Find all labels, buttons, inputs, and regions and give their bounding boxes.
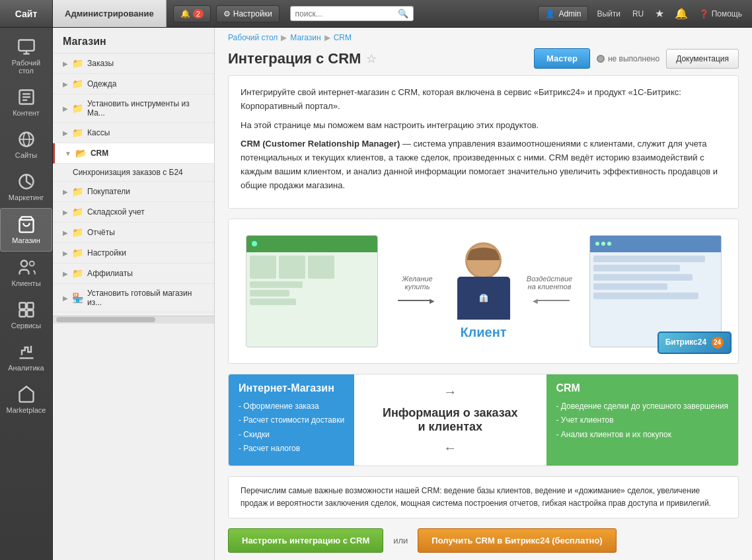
bell-icon: 🔔 bbox=[180, 9, 190, 18]
status-dot bbox=[597, 55, 605, 63]
sidebar-item-sites[interactable]: Сайты bbox=[0, 123, 52, 166]
sidebar-item-analytics[interactable]: Аналитика bbox=[0, 336, 52, 378]
shop-mockup bbox=[246, 235, 378, 347]
favorite-star-icon[interactable]: ☆ bbox=[366, 52, 377, 66]
configure-crm-button[interactable]: Настроить интеграцию с CRM bbox=[228, 528, 383, 553]
list-item: Расчет налогов bbox=[239, 442, 344, 456]
folder-icon: 📁 bbox=[72, 127, 83, 138]
admin-user-button[interactable]: 👤 Admin bbox=[538, 6, 588, 22]
list-item: Скидки bbox=[239, 428, 344, 442]
crm-row bbox=[593, 274, 693, 281]
sidebar-item-content[interactable]: Контент bbox=[0, 81, 52, 123]
arrow-icon: ▶ bbox=[63, 105, 68, 112]
site-button[interactable]: Сайт bbox=[0, 0, 53, 27]
sidebar-item-clothes[interactable]: ▶ 📁 Одежда bbox=[53, 74, 214, 94]
main-content: Рабочий стол ▶ Магазин ▶ CRM Интеграция … bbox=[215, 28, 752, 560]
summary-p: Перечислим самые важные возможности наше… bbox=[241, 485, 726, 510]
star-icon[interactable]: ★ bbox=[652, 7, 667, 20]
sidebar-item-warehouse[interactable]: ▶ 📁 Складской учет bbox=[53, 202, 214, 223]
sidebar-item-label-clothes: Одежда bbox=[87, 79, 116, 88]
get-crm-button[interactable]: Получить CRM в Битрикс24 (бесплатно) bbox=[418, 528, 616, 553]
person-body-detail: 👔 bbox=[479, 294, 488, 302]
person-head bbox=[465, 242, 502, 279]
sidebar-item-settings[interactable]: ▶ 📁 Настройки bbox=[53, 243, 214, 263]
sidebar-item-affiliates[interactable]: ▶ 📁 Аффилиаты bbox=[53, 263, 214, 284]
list-item: Учет клиентов bbox=[556, 413, 729, 428]
right-arrow-icon: → bbox=[443, 384, 457, 400]
illustration-inner: Желание купить 👔 bbox=[246, 232, 722, 350]
sidebar-item-reports[interactable]: ▶ 📁 Отчёты bbox=[53, 223, 214, 243]
arrow-icon: ▶ bbox=[63, 295, 68, 302]
shop-mockup-container bbox=[246, 235, 378, 347]
box-middle-title: Информация о заказахи клиентах bbox=[383, 406, 518, 434]
sidebar-item-shop[interactable]: Магазин bbox=[0, 208, 52, 252]
folder-icon: 📁 bbox=[72, 268, 83, 279]
sidebar-label-analytics: Аналитика bbox=[8, 364, 44, 372]
desktop-icon bbox=[17, 38, 36, 56]
crm-cloud-body bbox=[590, 252, 721, 305]
arrow2-label: Воздействие на клиентов bbox=[523, 275, 576, 291]
icon-sidebar: Рабочий стол Контент Сайты Маркетинг Маг… bbox=[0, 28, 53, 560]
search-input[interactable] bbox=[295, 9, 395, 18]
sidebar-label-clients: Клиенты bbox=[11, 279, 40, 287]
summary-text: Перечислим самые важные возможности наше… bbox=[228, 476, 739, 518]
sidebar-item-kassy[interactable]: ▶ 📁 Кассы bbox=[53, 123, 214, 143]
bell-top-icon[interactable]: 🔔 bbox=[672, 7, 691, 20]
box-shop: Интернет-Магазин Оформление заказа Расче… bbox=[229, 374, 354, 466]
analytics-icon bbox=[17, 343, 36, 361]
breadcrumb-sep-1: ▶ bbox=[281, 33, 287, 42]
breadcrumb-shop[interactable]: Магазин bbox=[290, 33, 320, 42]
content-body: Интегрируйте свой интернет-магазин с CRM… bbox=[215, 75, 752, 560]
lang-selector[interactable]: RU bbox=[629, 9, 647, 18]
person-hair bbox=[467, 248, 500, 261]
master-button[interactable]: Мастер bbox=[534, 48, 590, 69]
top-bar-right: 👤 Admin Выйти RU ★ 🔔 ❓ Помощь bbox=[531, 0, 752, 27]
sidebar-item-orders[interactable]: ▶ 📁 Заказы bbox=[53, 53, 214, 74]
sidebar-item-desktop[interactable]: Рабочий стол bbox=[0, 31, 52, 81]
crm-cloud-container: Битрикс24 24 bbox=[589, 235, 722, 347]
arrow-icon: ▶ bbox=[63, 81, 68, 88]
notifications-button[interactable]: 🔔 2 bbox=[173, 5, 211, 22]
shop-item-sm bbox=[250, 298, 296, 305]
marketing-icon bbox=[17, 172, 36, 191]
folder-icon: 📁 bbox=[72, 248, 83, 258]
top-bar-middle: 🔔 2 ⚙ Настройки 🔍 bbox=[167, 0, 532, 27]
crm-row bbox=[593, 293, 699, 299]
crm-row bbox=[593, 283, 668, 290]
sidebar-label-content: Контент bbox=[13, 109, 40, 117]
sidebar-item-marketplace[interactable]: Marketplace bbox=[0, 378, 52, 421]
sidebar-item-clients[interactable]: Клиенты bbox=[0, 252, 52, 294]
sidebar-item-label-install-shop: Установить готовый магазин из... bbox=[87, 289, 207, 307]
admin-tab[interactable]: Администрирование bbox=[53, 0, 167, 27]
sidebar-item-install-tools[interactable]: ▶ 📁 Установить инструменты из Ма... bbox=[53, 94, 214, 123]
sidebar-item-marketing[interactable]: Маркетинг bbox=[0, 166, 52, 208]
scrollbar-track[interactable] bbox=[56, 317, 155, 322]
action-or-label: или bbox=[393, 536, 408, 545]
help-link[interactable]: ❓ Помощь bbox=[696, 9, 745, 18]
arrows-horizontal: → bbox=[374, 384, 526, 400]
settings-button[interactable]: ⚙ Настройки bbox=[216, 5, 280, 22]
sidebar-label-desktop: Рабочий стол bbox=[3, 59, 49, 75]
breadcrumb: Рабочий стол ▶ Магазин ▶ CRM bbox=[215, 28, 752, 45]
crm-cloud-header bbox=[590, 236, 721, 252]
sidebar-item-install-shop[interactable]: ▶ 🏪 Установить готовый магазин из... bbox=[53, 284, 214, 312]
logout-link[interactable]: Выйти bbox=[593, 9, 624, 18]
breadcrumb-crm[interactable]: CRM bbox=[334, 33, 352, 42]
sidebar-item-services[interactable]: Сервисы bbox=[0, 294, 52, 336]
clients-icon bbox=[17, 258, 36, 277]
sidebar-item-crm[interactable]: ▼ 📂 CRM bbox=[53, 143, 214, 164]
breadcrumb-desktop[interactable]: Рабочий стол bbox=[228, 33, 278, 42]
description-block: Интегрируйте свой интернет-магазин с CRM… bbox=[228, 75, 739, 209]
sidebar-subitem-sync[interactable]: Синхронизация заказов с Б24 bbox=[53, 164, 214, 182]
arrows-horizontal-2: ← bbox=[374, 440, 526, 456]
crm-cloud-mockup bbox=[589, 235, 722, 347]
shop-header bbox=[246, 236, 377, 252]
bitrix24-badge: Битрикс24 24 bbox=[658, 332, 732, 354]
list-item: Расчет стоимости доставки bbox=[239, 413, 344, 428]
sidebar-item-label-kassy: Кассы bbox=[87, 128, 110, 137]
folder-icon: 📁 bbox=[72, 207, 83, 217]
crm-row bbox=[593, 265, 681, 271]
sidebar-item-buyers[interactable]: ▶ 📁 Покупатели bbox=[53, 182, 214, 202]
documentation-button[interactable]: Документация bbox=[666, 49, 739, 69]
sidebar-item-label-crm: CRM bbox=[91, 149, 108, 158]
